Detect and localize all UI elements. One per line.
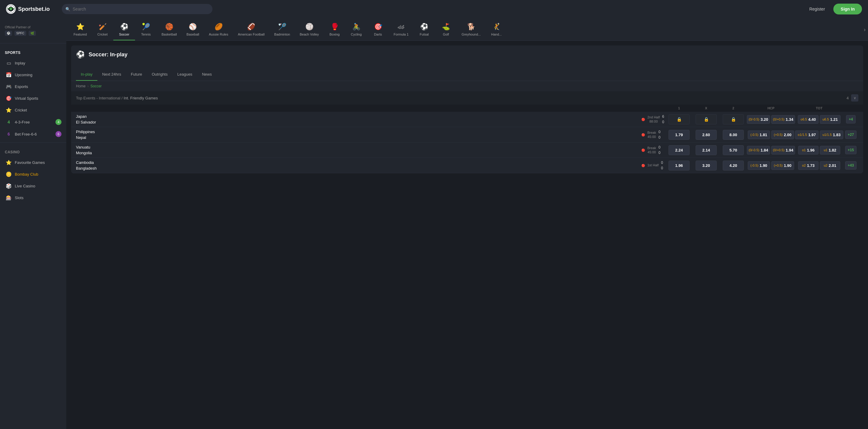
- sidebar-item-live-casino[interactable]: 🎲 Live Casino: [0, 180, 66, 192]
- odds2-button-4[interactable]: 4.20: [723, 161, 744, 170]
- tab-inplay[interactable]: In-play: [76, 68, 97, 81]
- handball-sport-label: Hand...: [491, 33, 501, 36]
- sport-tab-cycling[interactable]: 🚴 Cycling: [345, 21, 367, 40]
- favourite-games-icon: ⭐: [6, 160, 12, 165]
- tot-box2-2[interactable]: u1/1.5 1.83: [820, 130, 843, 139]
- sidebar-item-cricket[interactable]: ⭐ Cricket: [0, 104, 66, 116]
- odds1-3: 2.24: [665, 145, 692, 155]
- sport-tab-darts[interactable]: 🎯 Darts: [367, 21, 389, 40]
- sport-tab-aussie-rules[interactable]: 🏉 Aussie Rules: [204, 21, 233, 40]
- sport-tab-cricket[interactable]: 🏏 Cricket: [92, 21, 113, 40]
- sports-nav-next-button[interactable]: ›: [861, 25, 868, 34]
- league-expand-button[interactable]: ∨: [851, 94, 858, 102]
- odds2-button-1[interactable]: 🔒: [723, 114, 744, 124]
- sidebar-item-bet-free[interactable]: 6 Bet Free-6-6 6: [0, 128, 66, 140]
- odds1-button-4[interactable]: 1.96: [669, 161, 689, 170]
- odds2-button-2[interactable]: 8.00: [723, 130, 744, 140]
- league-main-name: Top Events - International: [76, 96, 120, 100]
- sport-tab-tennis[interactable]: 🎾 Tennis: [135, 21, 157, 40]
- sidebar-item-bombay-club[interactable]: 🪙 Bombay Club: [0, 168, 66, 180]
- sidebar-item-esports[interactable]: 🎮 Esports: [0, 81, 66, 93]
- register-button[interactable]: Register: [804, 4, 830, 14]
- odds1-button-3[interactable]: 2.24: [669, 145, 689, 155]
- hcp-box2-4[interactable]: (+0.5) 1.90: [771, 161, 794, 170]
- hcp-group-1: (0/-0.5) 3.20 (0/+0.5) 1.34: [747, 115, 795, 124]
- tot-group-2: o1/1.5 1.97 u1/1.5 1.83: [795, 130, 843, 139]
- sport-tab-american-football[interactable]: 🏈 American Football: [233, 21, 270, 40]
- tab-leagues[interactable]: Leagues: [173, 68, 197, 81]
- sidebar-item-inplay[interactable]: ▭ Inplay: [0, 57, 66, 69]
- table-row: Cambodia Bangladesh 🔴 1st Half 0 0: [71, 158, 863, 173]
- aussie-rules-sport-label: Aussie Rules: [209, 33, 228, 36]
- tab-outrights[interactable]: Outrights: [147, 68, 173, 81]
- sport-tab-handball[interactable]: 🤾 Hand...: [486, 21, 507, 40]
- hcp-box2-3[interactable]: (0/+0.5) 1.94: [771, 146, 795, 155]
- sport-tab-baseball[interactable]: ⚾ Baseball: [182, 21, 204, 40]
- hcp-box1-1[interactable]: (0/-0.5) 3.20: [747, 115, 770, 124]
- tot-box1-2[interactable]: o1/1.5 1.97: [795, 130, 818, 139]
- search-input[interactable]: [62, 4, 213, 14]
- team1-1: Japan: [76, 114, 641, 119]
- sidebar-item-4-3-free[interactable]: 4 4-3-Free 4: [0, 116, 66, 128]
- score1-1: 6: [662, 114, 664, 119]
- hcp-box2-2[interactable]: (+0.5) 2.00: [771, 130, 794, 139]
- oddsx-button-4[interactable]: 3.20: [695, 161, 717, 170]
- lock-icon-x-1: 🔒: [704, 117, 709, 122]
- hcp-box1-3[interactable]: (0/-0.5) 1.84: [747, 146, 770, 155]
- more-button-3[interactable]: +15: [845, 146, 857, 154]
- oddsx-button-1[interactable]: 🔒: [695, 114, 717, 124]
- oddsx-button-3[interactable]: 2.14: [695, 145, 717, 155]
- tab-future[interactable]: Future: [126, 68, 147, 81]
- basketball-sport-icon: 🏀: [165, 23, 173, 31]
- greyhound-sport-icon: 🐕: [467, 23, 475, 31]
- live-casino-label: Live Casino: [15, 184, 35, 188]
- sport-tab-basketball[interactable]: 🏀 Basketball: [157, 21, 182, 40]
- sport-tab-featured[interactable]: ⭐ Featured: [69, 21, 92, 40]
- odds1-button-2[interactable]: 1.79: [669, 130, 689, 140]
- logo[interactable]: Sportsbet.io: [6, 4, 50, 14]
- more-button-2[interactable]: +27: [845, 130, 857, 139]
- more-button-1[interactable]: +4: [846, 115, 856, 124]
- greyhound-sport-label: Greyhound...: [462, 33, 481, 36]
- match-time-score-4: 1st Half: [647, 163, 658, 167]
- sport-tab-boxing[interactable]: 🥊 Boxing: [324, 21, 345, 40]
- golf-sport-label: Golf: [443, 33, 449, 36]
- cycling-sport-icon: 🚴: [352, 23, 361, 31]
- tot-box2-4[interactable]: u2 2.01: [820, 161, 840, 170]
- sport-tab-soccer[interactable]: ⚽ Soccer: [113, 21, 135, 40]
- tab-next24hrs[interactable]: Next 24hrs: [97, 68, 126, 81]
- sport-tab-futsal[interactable]: ⚽ Futsal: [413, 21, 435, 40]
- sidebar-item-virtual-sports[interactable]: 🎯 Virtual Sports: [0, 93, 66, 104]
- beach-volley-sport-label: Beach Volley: [300, 33, 319, 36]
- odds1-button-1[interactable]: 🔒: [669, 114, 689, 124]
- sidebar-item-slots[interactable]: 🎰 Slots: [0, 192, 66, 204]
- hcp-box2-1[interactable]: (0/+0.5) 1.34: [771, 115, 795, 124]
- score1-2: 0: [658, 130, 661, 134]
- sport-tab-beach-volley[interactable]: 🏐 Beach Volley: [295, 21, 324, 40]
- tot-box2-1[interactable]: u6.5 1.21: [820, 115, 841, 124]
- sport-tab-formula1[interactable]: 🏎 Formula 1: [389, 21, 413, 40]
- sport-tab-golf[interactable]: ⛳ Golf: [435, 21, 457, 40]
- tab-news[interactable]: News: [197, 68, 217, 81]
- virtual-sports-icon: 🎯: [6, 96, 12, 101]
- more-button-4[interactable]: +43: [845, 161, 857, 170]
- cycling-sport-label: Cycling: [351, 33, 362, 36]
- oddsx-1: 🔒: [692, 114, 720, 124]
- signin-button[interactable]: Sign In: [833, 4, 862, 14]
- col-x-header: X: [692, 106, 720, 110]
- sidebar-item-upcoming[interactable]: 📅 Upcoming: [0, 69, 66, 81]
- tot-box2-3[interactable]: u1 1.82: [820, 146, 840, 155]
- tot-box1-3[interactable]: o1 1.96: [798, 146, 818, 155]
- odds2-button-3[interactable]: 5.70: [723, 145, 744, 155]
- sidebar-item-favourite-games[interactable]: ⭐ Favourite Games: [0, 157, 66, 168]
- tot-box1-1[interactable]: o6.5 4.40: [798, 115, 818, 124]
- breadcrumb-home[interactable]: Home: [76, 84, 86, 88]
- tot-group-4: o2 1.73 u2 2.01: [795, 161, 843, 170]
- hcp-box1-4[interactable]: (-0.5) 1.90: [748, 161, 770, 170]
- sport-tab-badminton[interactable]: 🏸 Badminton: [270, 21, 295, 40]
- oddsx-button-2[interactable]: 2.60: [695, 130, 717, 140]
- tot-box1-4[interactable]: o2 1.73: [798, 161, 818, 170]
- sport-tab-greyhound[interactable]: 🐕 Greyhound...: [457, 21, 486, 40]
- hcp-box1-2[interactable]: (-0.5) 1.81: [748, 130, 770, 139]
- odds-table: 1 X 2 HCP TOT Japan El Salvador: [71, 104, 863, 173]
